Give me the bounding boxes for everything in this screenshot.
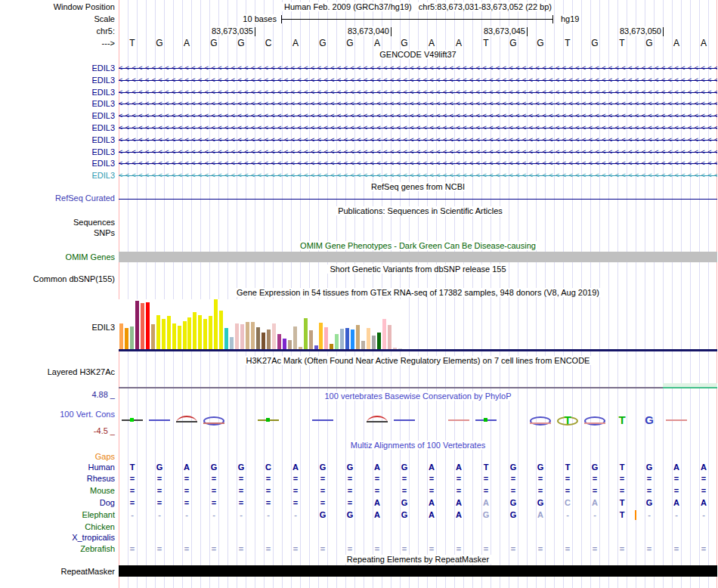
multiz-base-cell: G [391, 510, 418, 520]
gencode-transcript-label[interactable]: EDIL3 [0, 99, 115, 109]
gtex-tissue-bar[interactable] [367, 328, 370, 349]
gtex-tissue-bar[interactable] [319, 323, 323, 349]
gencode-transcript-row[interactable]: <<<<<<<<<<<<<<<<<<<<<<<<<<<<<<<<<<<<<<<<… [119, 111, 717, 121]
gtex-tissue-bar[interactable] [187, 317, 191, 349]
gtex-tissue-bar[interactable] [198, 315, 202, 349]
gtex-tissue-bar[interactable] [162, 319, 166, 349]
refseq-curated-feature[interactable] [119, 199, 717, 200]
multiz-base-cell: A [364, 463, 391, 472]
gencode-transcript-row[interactable]: <<<<<<<<<<<<<<<<<<<<<<<<<<<<<<<<<<<<<<<<… [119, 147, 717, 157]
gtex-tissue-bar[interactable] [309, 330, 313, 349]
gtex-tissue-bar[interactable] [335, 334, 339, 350]
gtex-tissue-bar[interactable] [356, 325, 360, 349]
gtex-tissue-bar[interactable] [345, 328, 349, 349]
gtex-tissue-bar[interactable] [361, 341, 365, 349]
gtex-tissue-bar[interactable] [151, 324, 155, 349]
multiz-base-cell: - [663, 510, 690, 520]
publications-sequences-label[interactable]: Sequences [0, 218, 115, 227]
cons-track-label[interactable]: 100 Vert. Cons [0, 410, 115, 419]
gtex-tissue-bar[interactable] [214, 299, 218, 349]
gtex-tissue-bar[interactable] [119, 323, 123, 349]
gtex-tissue-bar[interactable] [219, 311, 223, 349]
gtex-tissue-bar[interactable] [251, 322, 255, 349]
multiz-species-label[interactable]: X_tropicalis [0, 533, 115, 543]
gencode-transcript-label[interactable]: EDIL3 [0, 76, 115, 85]
gencode-transcript-row[interactable]: <<<<<<<<<<<<<<<<<<<<<<<<<<<<<<<<<<<<<<<<… [119, 159, 717, 169]
strand-direction-label[interactable]: ---> [0, 39, 115, 48]
gtex-tissue-bar[interactable] [209, 316, 212, 349]
repeatmasker-label[interactable]: RepeatMasker [0, 567, 115, 577]
gtex-tissue-bar[interactable] [288, 340, 292, 349]
multiz-base-cell: = [554, 486, 581, 496]
gencode-transcript-label[interactable]: EDIL3 [0, 63, 115, 73]
gencode-transcript-label[interactable]: EDIL3 [0, 159, 115, 169]
gtex-tissue-bar[interactable] [256, 327, 260, 349]
gtex-tissue-bar[interactable] [283, 339, 286, 349]
gtex-tissue-bar[interactable] [230, 337, 234, 349]
multiz-species-label[interactable]: Chicken [0, 522, 115, 532]
gtex-tissue-bar[interactable] [130, 326, 134, 349]
gtex-tissue-bar[interactable] [267, 330, 271, 349]
gencode-transcript-row[interactable]: <<<<<<<<<<<<<<<<<<<<<<<<<<<<<<<<<<<<<<<<… [119, 171, 717, 181]
gtex-tissue-bar[interactable] [277, 334, 281, 350]
gtex-tissue-bar[interactable] [240, 324, 244, 349]
gtex-tissue-bar[interactable] [382, 319, 386, 349]
gencode-transcript-label[interactable]: EDIL3 [0, 123, 115, 133]
gtex-tissue-bar[interactable] [183, 321, 187, 349]
gencode-transcript-label[interactable]: EDIL3 [0, 147, 115, 157]
multiz-species-label[interactable]: Elephant [0, 510, 115, 520]
multiz-species-label[interactable]: Human [0, 463, 115, 472]
gtex-tissue-bar[interactable] [224, 328, 228, 349]
gtex-tissue-bar[interactable] [172, 323, 176, 349]
gtex-tissue-bar[interactable] [178, 326, 181, 349]
gtex-tissue-bar[interactable] [146, 302, 150, 349]
gtex-tissue-bar[interactable] [293, 326, 297, 349]
multiz-base-cell: - [255, 510, 282, 520]
gtex-tissue-bar[interactable] [340, 329, 344, 349]
refseq-curated-label[interactable]: RefSeq Curated [0, 193, 115, 203]
multiz-species-label[interactable]: Dog [0, 498, 115, 508]
multiz-species-label[interactable]: Zebrafish [0, 544, 115, 554]
gencode-transcript-label[interactable]: EDIL3 [0, 88, 115, 97]
gtex-tissue-bar[interactable] [351, 330, 354, 349]
gencode-transcript-row[interactable]: <<<<<<<<<<<<<<<<<<<<<<<<<<<<<<<<<<<<<<<<… [119, 99, 717, 109]
multiz-species-label[interactable]: Mouse [0, 486, 115, 496]
gtex-tissue-bar[interactable] [388, 325, 391, 349]
gtex-tissue-bar[interactable] [272, 323, 276, 349]
omim-gene-feature[interactable] [119, 252, 717, 262]
gencode-transcript-row[interactable]: <<<<<<<<<<<<<<<<<<<<<<<<<<<<<<<<<<<<<<<<… [119, 63, 717, 73]
multiz-species-label[interactable]: Rhesus [0, 474, 115, 484]
gtex-tissue-bar[interactable] [330, 344, 333, 349]
gtex-tissue-bar[interactable] [262, 333, 265, 349]
gtex-gene-label[interactable]: EDIL3 [0, 323, 115, 333]
omim-genes-label[interactable]: OMIM Genes [0, 252, 115, 262]
gtex-tissue-bar[interactable] [203, 319, 207, 349]
gtex-tissue-bar[interactable] [125, 328, 128, 349]
h3k27ac-label[interactable]: Layered H3K27Ac [0, 367, 115, 377]
gencode-transcript-row[interactable]: <<<<<<<<<<<<<<<<<<<<<<<<<<<<<<<<<<<<<<<<… [119, 135, 717, 145]
repeatmasker-feature[interactable] [119, 565, 717, 577]
gencode-transcript-label[interactable]: EDIL3 [0, 135, 115, 145]
gencode-transcript-row[interactable]: <<<<<<<<<<<<<<<<<<<<<<<<<<<<<<<<<<<<<<<<… [119, 76, 717, 85]
gtex-tissue-bar[interactable] [372, 336, 376, 350]
gtex-tissue-bar[interactable] [235, 323, 239, 349]
gtex-tissue-bar[interactable] [141, 303, 144, 349]
gtex-tissue-bar[interactable] [246, 322, 249, 349]
multiz-species-label[interactable]: Gaps [0, 452, 115, 462]
gencode-transcript-row[interactable]: <<<<<<<<<<<<<<<<<<<<<<<<<<<<<<<<<<<<<<<<… [119, 123, 717, 133]
gtex-tissue-bar[interactable] [156, 315, 160, 349]
gtex-bar-chart[interactable] [119, 299, 404, 349]
gtex-tissue-bar[interactable] [377, 333, 381, 349]
gencode-transcript-label[interactable]: EDIL3 [0, 171, 115, 181]
gtex-tissue-bar[interactable] [304, 318, 308, 349]
gtex-tissue-bar[interactable] [324, 327, 328, 349]
cons-line [312, 419, 333, 421]
common-dbsnp-label[interactable]: Common dbSNP(155) [0, 274, 115, 284]
multiz-alignment-row: ====================== [119, 486, 717, 496]
gtex-tissue-bar[interactable] [167, 316, 171, 349]
gencode-transcript-row[interactable]: <<<<<<<<<<<<<<<<<<<<<<<<<<<<<<<<<<<<<<<<… [119, 88, 717, 97]
gencode-transcript-label[interactable]: EDIL3 [0, 111, 115, 121]
gtex-tissue-bar[interactable] [135, 301, 139, 349]
gtex-tissue-bar[interactable] [193, 312, 197, 350]
publications-snps-label[interactable]: SNPs [0, 228, 115, 238]
